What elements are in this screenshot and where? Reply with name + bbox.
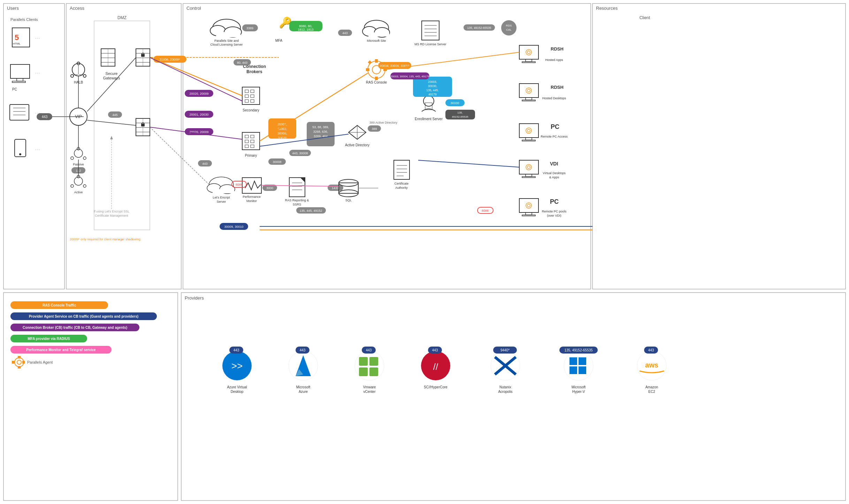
svg-text:Monitor: Monitor — [246, 199, 257, 203]
svg-text:RDS: RDS — [506, 24, 512, 27]
svg-text:Parallels Agent: Parallels Agent — [27, 360, 53, 364]
svg-marker-83 — [110, 136, 113, 139]
svg-text:Hosted Desktops: Hosted Desktops — [542, 96, 566, 100]
svg-text:HTML: HTML — [13, 42, 21, 45]
svg-text:PC: PC — [12, 87, 17, 91]
svg-text:30006,: 30006, — [277, 132, 287, 135]
svg-point-233 — [501, 20, 517, 36]
svg-rect-123 — [245, 145, 248, 148]
svg-rect-341 — [569, 366, 577, 374]
svg-text:49152-65535: 49152-65535 — [452, 115, 468, 118]
svg-point-269 — [527, 204, 530, 207]
svg-rect-244 — [526, 98, 532, 100]
svg-rect-114 — [251, 95, 254, 98]
svg-text:443: 443 — [300, 348, 306, 352]
svg-text:RDSH: RDSH — [551, 46, 564, 52]
svg-line-283 — [418, 160, 519, 167]
svg-line-90 — [87, 120, 136, 125]
svg-text:443: 443 — [342, 31, 347, 35]
svg-rect-319 — [369, 357, 378, 366]
svg-point-317 — [355, 351, 384, 380]
svg-text:20020, 20009: 20020, 20009 — [189, 92, 208, 95]
svg-rect-129 — [213, 189, 234, 193]
svg-text:Hyper-V: Hyper-V — [572, 390, 585, 394]
svg-text:30030,: 30030, — [428, 84, 437, 88]
svg-text:Nutanix: Nutanix — [499, 385, 511, 389]
svg-text:443: 443 — [234, 348, 239, 352]
svg-text:Certificate Management: Certificate Management — [95, 214, 128, 217]
svg-rect-18 — [12, 81, 25, 83]
svg-text:Enrollment Server: Enrollment Server — [415, 117, 443, 121]
svg-rect-225 — [422, 21, 439, 40]
svg-point-36 — [71, 75, 74, 77]
svg-text:aws: aws — [645, 361, 658, 369]
svg-text:(over VDI): (over VDI) — [547, 214, 561, 217]
svg-text:Hosted Apps: Hosted Apps — [545, 58, 563, 62]
svg-rect-238 — [522, 62, 535, 63]
svg-point-45 — [71, 157, 74, 160]
svg-text:443, 30008: 443, 30008 — [292, 152, 308, 155]
svg-text:49179: 49179 — [428, 93, 437, 96]
svg-text:389 Active Directory: 389 Active Directory — [369, 121, 398, 124]
svg-text:Authority: Authority — [395, 186, 408, 189]
svg-rect-69 — [141, 54, 145, 57]
svg-text:Connection Broker (CB) traffic: Connection Broker (CB) traffic (CB to CB… — [23, 326, 127, 329]
svg-rect-6 — [592, 3, 846, 289]
svg-rect-202 — [394, 160, 410, 179]
svg-text:Brokers: Brokers — [246, 69, 262, 74]
svg-text:Client: Client — [640, 15, 650, 20]
svg-point-46 — [83, 157, 86, 160]
svg-text:MFA: MFA — [275, 39, 283, 42]
svg-text:SSRS: SSRS — [293, 203, 301, 206]
svg-text:135, 49152-65535: 135, 49152-65535 — [467, 26, 491, 30]
svg-rect-223 — [368, 32, 389, 37]
svg-point-260 — [526, 164, 531, 170]
svg-text:443: 443 — [648, 348, 654, 352]
svg-text:Remote PC Access: Remote PC Access — [541, 135, 568, 138]
svg-text:135, 49152-65535: 135, 49152-65535 — [564, 348, 593, 352]
svg-rect-181 — [368, 60, 372, 64]
svg-text:Active Directory: Active Directory — [345, 143, 369, 147]
svg-rect-113 — [245, 95, 248, 98]
svg-text:RAS Reporting &: RAS Reporting & — [285, 199, 309, 202]
svg-line-281 — [150, 127, 209, 185]
svg-text:9440*: 9440* — [500, 348, 510, 352]
svg-rect-17 — [17, 78, 23, 81]
svg-text:Providers: Providers — [185, 295, 204, 301]
svg-text:If using Let's Encrypt SSL: If using Let's Encrypt SSL — [94, 210, 130, 213]
svg-text:Vmware: Vmware — [363, 385, 376, 389]
svg-text:443: 443 — [202, 162, 207, 165]
svg-text:vCenter: vCenter — [363, 390, 376, 394]
svg-text:SQL: SQL — [345, 199, 352, 202]
svg-rect-267 — [522, 215, 535, 216]
svg-rect-250 — [519, 124, 538, 138]
svg-rect-259 — [522, 177, 535, 178]
svg-text:Parallels Site and: Parallels Site and — [214, 39, 239, 42]
svg-text:SC//HyperCore: SC//HyperCore — [424, 385, 448, 389]
svg-text:1812, 1813: 1812, 1813 — [298, 28, 313, 31]
svg-rect-9 — [181, 293, 846, 501]
svg-text:& Apps: & Apps — [549, 176, 559, 179]
svg-text:PC: PC — [550, 198, 559, 205]
svg-text://: // — [433, 362, 438, 372]
svg-text:Active: Active — [74, 191, 83, 194]
svg-text:20009* only required for clien: 20009* only required for client manager … — [70, 238, 140, 241]
svg-text:>>: >> — [231, 360, 243, 371]
svg-text:RDSH: RDSH — [551, 85, 564, 90]
svg-text:3268, 636,: 3268, 636, — [313, 130, 328, 133]
svg-rect-243 — [519, 84, 538, 98]
svg-text:Virtual Desktops: Virtual Desktops — [543, 171, 566, 175]
svg-rect-121 — [245, 140, 248, 143]
svg-rect-318 — [359, 357, 368, 366]
svg-rect-300 — [18, 366, 21, 369]
svg-point-27 — [19, 153, 21, 155]
svg-rect-77 — [141, 124, 145, 126]
svg-text:Secondary: Secondary — [243, 108, 259, 112]
svg-text:3389: 3389 — [246, 26, 253, 30]
svg-rect-299 — [18, 356, 21, 358]
svg-text:Provider Agent Service on CB t: Provider Agent Service on CB traffic (Gu… — [29, 315, 138, 318]
svg-text:8080, 80,: 8080, 80, — [299, 24, 312, 28]
svg-point-261 — [527, 166, 530, 169]
svg-rect-320 — [359, 367, 368, 376]
svg-rect-16 — [10, 64, 30, 78]
